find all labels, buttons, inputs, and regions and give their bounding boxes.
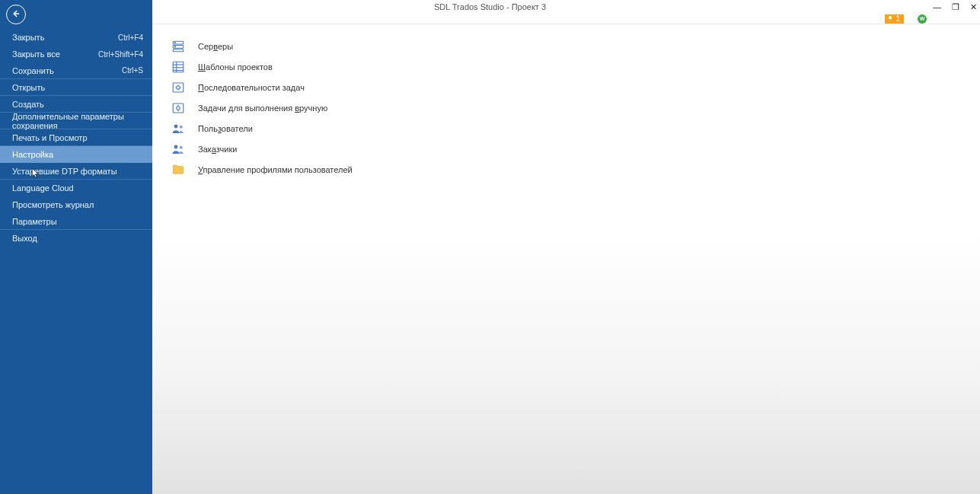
menu-label: Сохранить xyxy=(12,66,54,75)
task-sequence-icon xyxy=(171,80,186,95)
menu-item-options[interactable]: Параметры xyxy=(0,213,152,230)
manual-tasks-icon xyxy=(171,100,186,116)
settings-pane: Серверы Шаблоны проектов Последовательно… xyxy=(152,25,980,494)
settings-item-customers[interactable]: Заказчики xyxy=(171,139,980,159)
svg-point-17 xyxy=(180,125,183,128)
settings-item-project-templates[interactable]: Шаблоны проектов xyxy=(171,56,980,77)
menu-label: Просмотреть журнал xyxy=(12,200,94,209)
menu-item-open[interactable]: Открыть xyxy=(0,79,152,96)
svg-point-18 xyxy=(174,145,178,148)
settings-item-label: Последовательности задач xyxy=(198,83,305,92)
menu-label: Выход xyxy=(12,234,37,243)
menu-label: Language Cloud xyxy=(12,183,74,193)
settings-item-users[interactable]: Пользователи xyxy=(171,118,980,139)
svg-point-3 xyxy=(174,42,175,43)
settings-item-label: Серверы xyxy=(198,42,233,51)
backstage-sidebar: Закрыть Ctrl+F4 Закрыть все Ctrl+Shift+F… xyxy=(0,0,152,494)
menu-item-exit[interactable]: Выход xyxy=(0,230,152,247)
window-controls: — ❐ ✕ xyxy=(933,0,977,14)
menu-label: Дополнительные параметры сохранения xyxy=(12,112,143,130)
menu-label: Устаревшие DTP форматы xyxy=(12,167,117,176)
svg-point-4 xyxy=(174,46,175,46)
menu-item-close-all[interactable]: Закрыть все Ctrl+Shift+F4 xyxy=(0,46,152,62)
menu-item-adv-save[interactable]: Дополнительные параметры сохранения xyxy=(0,113,152,129)
settings-item-label: Задачи для выполнения вручную xyxy=(198,104,327,113)
close-button[interactable]: ✕ xyxy=(970,0,977,14)
window-title: SDL Trados Studio - Проект 3 xyxy=(434,2,546,11)
minimize-button[interactable]: — xyxy=(933,0,941,14)
settings-item-label: Управление профилями пользователей xyxy=(198,165,353,174)
svg-rect-2 xyxy=(173,49,184,51)
user-avatar[interactable]: W xyxy=(918,14,927,24)
settings-item-servers[interactable]: Серверы xyxy=(171,36,980,56)
menu-shortcut: Ctrl+Shift+F4 xyxy=(98,50,143,59)
servers-icon xyxy=(171,39,186,54)
notification-strip: 1 W xyxy=(152,14,980,24)
svg-point-13 xyxy=(177,106,180,110)
menu-label: Настройка xyxy=(12,150,53,159)
menu-label: Закрыть все xyxy=(12,49,60,59)
menu-label: Параметры xyxy=(12,217,57,226)
arrow-left-icon xyxy=(11,8,21,21)
templates-icon xyxy=(171,59,186,75)
notification-badge[interactable]: 1 xyxy=(885,14,904,24)
settings-item-label: Пользователи xyxy=(198,124,253,133)
backstage-menu: Закрыть Ctrl+F4 Закрыть все Ctrl+Shift+F… xyxy=(0,29,152,247)
menu-label: Печать и Просмотр xyxy=(12,133,88,142)
settings-item-label: Шаблоны проектов xyxy=(198,62,273,72)
menu-shortcut: Ctrl+F4 xyxy=(118,33,143,42)
svg-point-19 xyxy=(180,145,183,148)
menu-item-setup[interactable]: Настройка xyxy=(0,146,152,163)
settings-item-user-profiles[interactable]: Управление профилями пользователей xyxy=(171,159,980,180)
svg-point-11 xyxy=(177,85,180,89)
folder-icon xyxy=(171,162,186,177)
menu-label: Открыть xyxy=(12,83,45,92)
customers-icon xyxy=(171,142,186,157)
settings-item-manual-tasks[interactable]: Задачи для выполнения вручную xyxy=(171,97,980,118)
menu-item-save[interactable]: Сохранить Ctrl+S xyxy=(0,62,152,79)
back-button[interactable] xyxy=(6,5,26,24)
bell-icon xyxy=(887,14,893,23)
menu-label: Закрыть xyxy=(12,33,44,42)
svg-point-16 xyxy=(174,124,178,128)
menu-item-legacy-dtp[interactable]: Устаревшие DTP форматы xyxy=(0,163,152,180)
menu-shortcut: Ctrl+S xyxy=(122,66,143,75)
menu-item-new[interactable]: Создать xyxy=(0,96,152,113)
menu-item-view-log[interactable]: Просмотреть журнал xyxy=(0,196,152,213)
maximize-button[interactable]: ❐ xyxy=(952,0,959,14)
users-icon xyxy=(171,121,186,136)
menu-item-close[interactable]: Закрыть Ctrl+F4 xyxy=(0,29,152,46)
menu-label: Создать xyxy=(12,100,44,109)
user-initials: W xyxy=(920,16,925,21)
svg-rect-10 xyxy=(173,83,184,92)
menu-item-print[interactable]: Печать и Просмотр xyxy=(0,129,152,146)
menu-item-language-cloud[interactable]: Language Cloud xyxy=(0,180,152,196)
settings-item-label: Заказчики xyxy=(198,145,237,154)
settings-item-task-sequences[interactable]: Последовательности задач xyxy=(171,77,980,97)
notification-count: 1 xyxy=(895,14,900,23)
